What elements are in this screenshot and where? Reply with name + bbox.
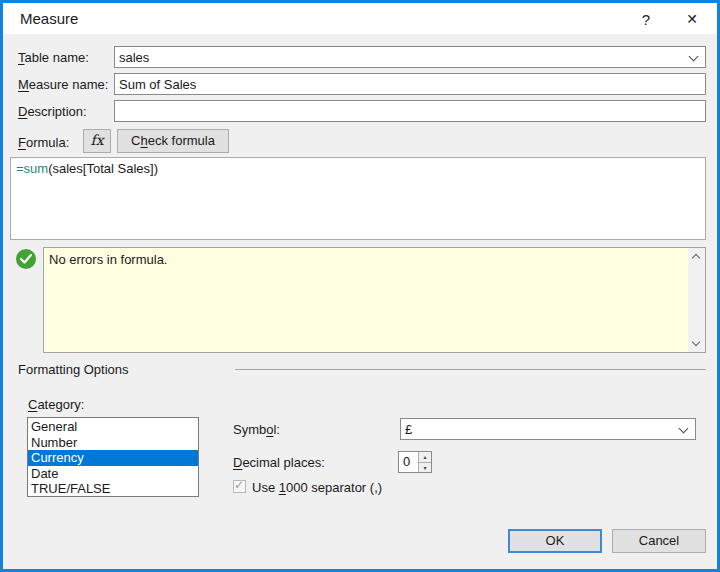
- dialog-title: Measure: [20, 10, 78, 27]
- success-check-icon: [16, 249, 36, 269]
- formula-label: Formula:: [18, 135, 69, 150]
- checkmark-icon: ✓: [234, 478, 244, 492]
- formula-editor[interactable]: =sum(sales[Total Sales]): [10, 157, 706, 240]
- description-input[interactable]: [114, 100, 706, 122]
- validation-message: No errors in formula.: [49, 252, 167, 267]
- title-bar: Measure ? ✕: [3, 3, 717, 34]
- spin-up-icon[interactable]: ▴: [419, 452, 431, 462]
- decimal-places-value: 0: [403, 454, 410, 469]
- formula-text: (sales[Total Sales]): [48, 161, 158, 176]
- formatting-options-title: Formatting Options: [18, 362, 129, 377]
- measure-name-label: Measure name:: [18, 77, 108, 92]
- symbol-value: £: [405, 422, 412, 437]
- table-name-combobox[interactable]: sales: [114, 46, 706, 68]
- check-formula-button[interactable]: Check formula: [117, 129, 229, 153]
- spin-down-icon[interactable]: ▾: [419, 462, 431, 472]
- category-label: Category:: [28, 397, 84, 412]
- description-label: Description:: [18, 104, 87, 119]
- ok-button[interactable]: OK: [508, 529, 602, 553]
- category-option-currency[interactable]: Currency: [28, 450, 198, 466]
- table-name-value: sales: [119, 50, 149, 65]
- symbol-label: Symbol:: [233, 422, 280, 437]
- message-scrollbar[interactable]: [688, 248, 705, 352]
- scroll-down-icon[interactable]: [688, 335, 705, 352]
- close-icon[interactable]: ✕: [677, 7, 707, 32]
- chevron-down-icon: [689, 52, 699, 62]
- formula-keyword: =sum: [16, 161, 48, 176]
- scroll-up-icon[interactable]: [688, 248, 705, 265]
- category-listbox[interactable]: GeneralNumberCurrencyDateTRUE/FALSE: [27, 417, 199, 497]
- symbol-combobox[interactable]: £: [400, 418, 696, 440]
- category-option-date[interactable]: Date: [28, 466, 198, 482]
- table-name-label: Table name:: [18, 50, 89, 65]
- cancel-button[interactable]: Cancel: [612, 529, 706, 553]
- thousand-separator-label: Use 1000 separator (,): [252, 480, 382, 495]
- measure-dialog: Measure ? ✕ Table name: sales Measure na…: [0, 0, 720, 572]
- thousand-separator-checkbox[interactable]: ✓: [233, 480, 246, 493]
- measure-name-input[interactable]: [114, 73, 706, 95]
- category-option-true-false[interactable]: TRUE/FALSE: [28, 481, 198, 497]
- spinner-buttons: ▴ ▾: [418, 452, 431, 472]
- fx-icon: fx: [90, 132, 103, 148]
- validation-message-box: No errors in formula.: [43, 247, 706, 353]
- section-divider: [235, 369, 706, 370]
- insert-function-button[interactable]: fx: [83, 129, 111, 153]
- decimal-places-label: Decimal places:: [233, 455, 325, 470]
- chevron-down-icon: [679, 424, 689, 434]
- category-option-number[interactable]: Number: [28, 435, 198, 451]
- decimal-places-stepper[interactable]: 0 ▴ ▾: [398, 451, 432, 473]
- help-icon[interactable]: ?: [631, 7, 661, 32]
- category-option-general[interactable]: General: [28, 419, 198, 435]
